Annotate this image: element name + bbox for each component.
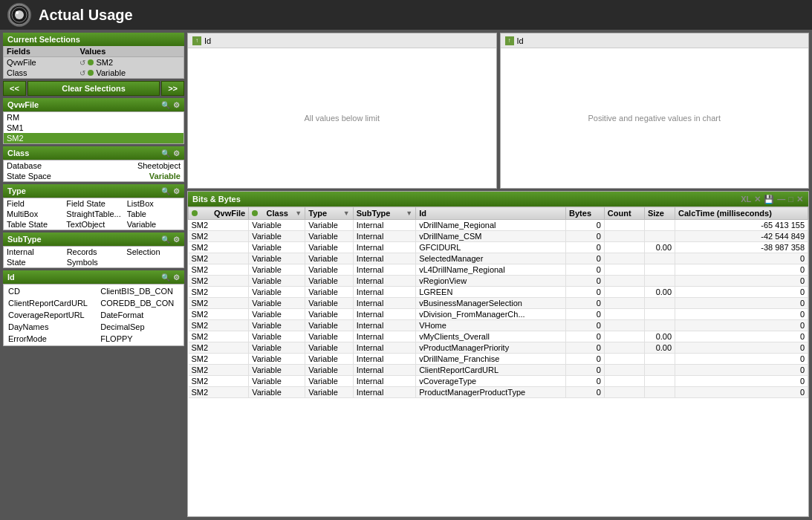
- table-row: SM2VariableVariableInternalvDivision_Fro…: [189, 309, 808, 320]
- id-row[interactable]: ErrorMode FLOPPY: [5, 334, 182, 344]
- settings-icon-id[interactable]: ⚙: [173, 273, 180, 282]
- cell-size: [644, 231, 675, 242]
- search-icon-subtype[interactable]: 🔍: [161, 235, 170, 244]
- search-icon[interactable]: 🔍: [161, 101, 170, 109]
- x-icon[interactable]: ✕: [753, 194, 761, 205]
- selection-dot: [88, 59, 94, 65]
- type-item[interactable]: Field: [4, 198, 63, 209]
- type-grid: FieldField StateListBoxMultiBoxStraightT…: [3, 198, 184, 230]
- type-item[interactable]: TextObject: [63, 219, 123, 230]
- table-row: SM2VariableVariableInternalvProductManag…: [189, 342, 808, 354]
- cell-class: Variable: [249, 320, 305, 331]
- subtype-item[interactable]: Records: [64, 247, 124, 257]
- search-icon-type[interactable]: 🔍: [161, 187, 170, 195]
- subtype-item[interactable]: Internal: [4, 247, 64, 257]
- type-item[interactable]: ListBox: [124, 198, 183, 209]
- search-icon-class[interactable]: 🔍: [161, 149, 170, 157]
- subtype-header: SubType 🔍 ⚙: [3, 233, 184, 246]
- table-row: SM2VariableVariableInternalvMyClients_Ov…: [189, 331, 808, 342]
- cell-size: [644, 264, 675, 276]
- id-row[interactable]: DayNames DecimalSep: [5, 322, 182, 332]
- col-header-class[interactable]: Class▼: [249, 207, 305, 220]
- col-dot-class: [252, 210, 258, 216]
- cell-type: Variable: [305, 231, 353, 242]
- class-row[interactable]: State SpaceVariable: [4, 171, 183, 181]
- data-table-container[interactable]: QvwFileClass▼Type▼SubType▼IdBytesCountSi…: [188, 207, 808, 516]
- next-button[interactable]: >>: [161, 81, 184, 96]
- close-icon[interactable]: ✕: [796, 194, 804, 205]
- cell-class: Variable: [249, 331, 305, 342]
- col-header-count[interactable]: Count: [604, 207, 644, 220]
- cell-bytes: 0: [566, 320, 605, 331]
- type-item[interactable]: Table: [124, 209, 183, 219]
- cell-bytes: 0: [566, 220, 605, 231]
- cell-calctime: 0: [675, 331, 808, 342]
- id-row[interactable]: CoverageReportURL DateFormat: [5, 310, 182, 320]
- cell-bytes: 0: [566, 253, 605, 264]
- cell-qvwfile: SM2: [189, 320, 249, 331]
- cell-size: [644, 309, 675, 320]
- clear-selections-button[interactable]: Clear Selections: [27, 81, 160, 96]
- settings-icon-subtype[interactable]: ⚙: [173, 235, 180, 244]
- cell-count: [604, 276, 644, 287]
- qvwfile-header: QvwFile 🔍 ⚙: [3, 98, 184, 111]
- cell-bytes: 0: [566, 276, 605, 287]
- cell-count: [604, 298, 644, 309]
- type-item[interactable]: Variable: [124, 219, 183, 230]
- settings-icon-class[interactable]: ⚙: [173, 149, 180, 157]
- bits-bytes: Bits & Bytes XL ✕ 💾 — □ ✕ QvwFileClass▼T…: [187, 191, 809, 517]
- cell-qvwfile: SM2: [189, 287, 249, 298]
- prev-button[interactable]: <<: [3, 81, 26, 96]
- sort-icon-right: ↑: [505, 36, 514, 45]
- subtype-item[interactable]: Symbols: [64, 257, 124, 267]
- cell-bytes: 0: [566, 365, 605, 376]
- table-row: SM2VariableVariableInternalGFCIDURL00.00…: [189, 242, 808, 253]
- type-icons[interactable]: 🔍 ⚙: [161, 187, 180, 195]
- cell-bytes: 0: [566, 331, 605, 342]
- id-col2: FLOPPY: [97, 334, 182, 344]
- save-icon[interactable]: 💾: [763, 194, 775, 205]
- settings-icon[interactable]: ⚙: [173, 101, 180, 109]
- selection-dot: [88, 70, 94, 76]
- settings-icon-type[interactable]: ⚙: [173, 187, 180, 195]
- cell-count: [604, 387, 644, 398]
- nav-buttons: << Clear Selections >>: [3, 81, 184, 96]
- subtype-icons[interactable]: 🔍 ⚙: [161, 235, 180, 244]
- class-icons[interactable]: 🔍 ⚙: [161, 149, 180, 157]
- xl-icon[interactable]: XL: [740, 194, 752, 204]
- qvwfile-item[interactable]: SM2: [4, 133, 183, 143]
- col-header-type[interactable]: Type▼: [305, 207, 353, 220]
- id-row[interactable]: CD ClientBIS_DB_CON: [5, 286, 182, 296]
- search-icon-id[interactable]: 🔍: [161, 273, 170, 282]
- cell-calctime: 0: [675, 276, 808, 287]
- subtype-item[interactable]: State: [4, 257, 64, 267]
- class-list: DatabaseSheetobjectState SpaceVariable: [3, 160, 184, 182]
- main-content: Current Selections Fields Values QvwFile…: [0, 30, 812, 520]
- cell-calctime: 0: [675, 264, 808, 276]
- type-item[interactable]: Field State: [63, 198, 123, 209]
- col-header-id[interactable]: Id: [416, 207, 566, 220]
- dropdown-type[interactable]: ▼: [343, 209, 350, 217]
- minimize-icon[interactable]: —: [776, 194, 786, 204]
- bits-bytes-header: Bits & Bytes XL ✕ 💾 — □ ✕: [188, 192, 808, 207]
- type-item[interactable]: MultiBox: [4, 209, 63, 219]
- col-header-subtype[interactable]: SubType▼: [353, 207, 415, 220]
- qvwfile-icons[interactable]: 🔍 ⚙: [161, 101, 180, 109]
- subtype-section: SubType 🔍 ⚙ InternalRecordsSelectionStat…: [3, 233, 184, 268]
- dropdown-class[interactable]: ▼: [295, 209, 302, 217]
- subtype-item[interactable]: Selection: [123, 247, 183, 257]
- id-icons[interactable]: 🔍 ⚙: [161, 273, 180, 282]
- col-header-bytes[interactable]: Bytes: [566, 207, 605, 220]
- maximize-icon[interactable]: □: [787, 194, 794, 204]
- cell-calctime: -65 413 155: [675, 220, 808, 231]
- col-header-qvwfile[interactable]: QvwFile: [189, 207, 249, 220]
- dropdown-subtype[interactable]: ▼: [406, 209, 412, 217]
- col-header-size[interactable]: Size: [644, 207, 675, 220]
- class-row[interactable]: DatabaseSheetobject: [4, 160, 183, 171]
- type-item[interactable]: Table State: [4, 219, 63, 230]
- id-row[interactable]: ClientReportCardURL COREDB_DB_CON: [5, 298, 182, 308]
- qvwfile-item[interactable]: RM: [4, 112, 183, 123]
- type-item[interactable]: StraightTable...: [63, 209, 123, 219]
- qvwfile-item[interactable]: SM1: [4, 123, 183, 133]
- col-header-calctime[interactable]: CalcTime (milliseconds): [675, 207, 808, 220]
